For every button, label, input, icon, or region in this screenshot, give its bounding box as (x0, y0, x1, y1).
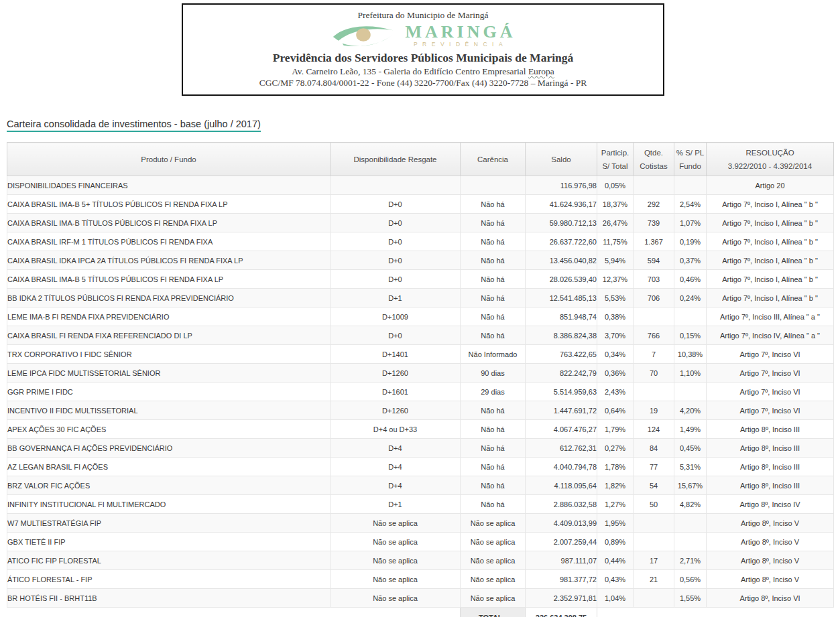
cell-qtde: 594 (634, 251, 674, 270)
col-header-carencia: Carência (461, 143, 526, 176)
cell-pl: 10,38% (674, 345, 707, 364)
table-row: CAIXA BRASIL IMA-B TÍTULOS PÚBLICOS FI R… (7, 214, 834, 232)
cell-saldo: 981.377,72 (526, 570, 597, 589)
cell-particip: 5,53% (597, 289, 634, 307)
cell-carencia: Não há (461, 439, 526, 458)
investments-table: Produto / Fundo Disponibilidade Resgate … (7, 142, 834, 617)
address-line: Av. Carneiro Leão, 135 - Galeria do Edif… (188, 66, 658, 77)
cell-produto: GGR PRIME I FIDC (7, 383, 331, 401)
address-highlight: Europa (528, 66, 554, 76)
cell-saldo: 13.456.040,82 (526, 251, 597, 270)
cell-carencia: Não há (461, 251, 526, 270)
cell-resolucao: Artigo 8º, Inciso III (707, 439, 834, 458)
maringa-eye-logo-icon (331, 22, 396, 49)
cell-produto: LEME IMA-B FI RENDA FIXA PREVIDENCIÁRIO (7, 307, 331, 326)
table-row: GGR PRIME I FIDC D+1601 29 dias 5.514.95… (7, 383, 834, 401)
cell-particip: 12,37% (597, 270, 634, 289)
cell-saldo: 2.007.259,44 (526, 533, 597, 551)
cell-resgate: D+0 (331, 232, 461, 251)
cell-resgate: D+1260 (331, 364, 461, 383)
col-header-particip: Particip.S/ Total (597, 143, 634, 176)
cell-qtde: 292 (634, 195, 674, 214)
cell-resolucao: Artigo 8º, Inciso III (707, 476, 834, 495)
cell-resgate (331, 176, 461, 195)
cell-qtde: 17 (634, 551, 674, 570)
cell-qtde: 70 (634, 364, 674, 383)
cell-pl (674, 176, 707, 195)
cell-pl: 0,46% (674, 270, 707, 289)
cell-produto: TRX CORPORATIVO I FIDC SÊNIOR (7, 345, 331, 364)
cell-carencia: Não há (461, 214, 526, 232)
cell-saldo: 8.386.824,38 (526, 326, 597, 345)
cell-saldo: 59.980.712,13 (526, 214, 597, 232)
cell-particip: 1,27% (597, 495, 634, 514)
table-row: CAIXA BRASIL IRF-M 1 TÍTULOS PÚBLICOS FI… (7, 232, 834, 251)
cell-carencia (461, 176, 526, 195)
cell-resolucao: Artigo 20 (707, 176, 834, 195)
cell-resgate: D+0 (331, 326, 461, 345)
cell-carencia: Não há (461, 401, 526, 420)
cell-particip: 1,79% (597, 420, 634, 439)
cell-resgate: D+4 (331, 439, 461, 458)
cell-saldo: 2.886.032,58 (526, 495, 597, 514)
cell-resolucao: Artigo 7º, Inciso I, Alínea " b " (707, 232, 834, 251)
table-row: BR HOTÉIS FII - BRHT11B Não se aplica Nã… (7, 589, 834, 608)
cell-particip: 1,82% (597, 476, 634, 495)
cell-pl: 0,45% (674, 439, 707, 458)
cell-saldo: 5.514.959,63 (526, 383, 597, 401)
cell-qtde: 77 (634, 458, 674, 476)
cell-qtde: 7 (634, 345, 674, 364)
cell-produto: ATICO FIC FIP FLORESTAL (7, 551, 331, 570)
brand-name: MARINGÁ (406, 23, 516, 40)
cell-produto: CAIXA BRASIL IMA-B 5+ TÍTULOS PÚBLICOS F… (7, 195, 331, 214)
cell-resgate: D+1 (331, 495, 461, 514)
cell-produto: CAIXA BRASIL IMA-B TÍTULOS PÚBLICOS FI R… (7, 214, 331, 232)
table-row: LEME IMA-B FI RENDA FIXA PREVIDENCIÁRIO … (7, 307, 834, 326)
table-row: LEME IPCA FIDC MULTISSETORIAL SÊNIOR D+1… (7, 364, 834, 383)
cell-qtde: 50 (634, 495, 674, 514)
cell-produto: BR HOTÉIS FII - BRHT11B (7, 589, 331, 608)
cell-qtde: 124 (634, 420, 674, 439)
cell-saldo: 41.624.936,17 (526, 195, 597, 214)
cell-particip: 0,27% (597, 439, 634, 458)
cell-saldo: 987.111,07 (526, 551, 597, 570)
cell-particip: 3,70% (597, 326, 634, 345)
cell-resolucao: Artigo 7º, Inciso I, Alínea " b " (707, 270, 834, 289)
cell-resolucao: Artigo 7º, Inciso III, Alínea " a " (707, 307, 834, 326)
table-row: BB GOVERNANÇA FI AÇÕES PREVIDENCIÁRIO D+… (7, 439, 834, 458)
cell-resgate: D+0 (331, 195, 461, 214)
cell-carencia: Não se aplica (461, 533, 526, 551)
cell-resgate: D+1601 (331, 383, 461, 401)
cell-particip: 5,94% (597, 251, 634, 270)
cell-qtde: 766 (634, 326, 674, 345)
cell-carencia: Não se aplica (461, 570, 526, 589)
cell-particip: 0,43% (597, 570, 634, 589)
table-row: BB IDKA 2 TÍTULOS PÚBLICOS FI RENDA FIXA… (7, 289, 834, 307)
cell-pl: 15,67% (674, 476, 707, 495)
brand-text: MARINGÁ PREVIDÊNCIA (406, 23, 516, 48)
cell-qtde: 84 (634, 439, 674, 458)
cell-saldo: 2.352.971,81 (526, 589, 597, 608)
letterhead: Prefeitura do Municipio de Maringá MARIN… (182, 3, 664, 96)
cell-carencia: Não há (461, 476, 526, 495)
cell-saldo: 26.637.722,60 (526, 232, 597, 251)
col-header-pl: % S/ PLFundo (674, 143, 707, 176)
table-row: W7 MULTIESTRATÉGIA FIP Não se aplica Não… (7, 514, 834, 533)
cell-saldo: 12.541.485,13 (526, 289, 597, 307)
cell-produto: DISPONIBILIDADES FINANCEIRAS (7, 176, 331, 195)
cell-particip: 0,36% (597, 364, 634, 383)
cell-particip: 1,04% (597, 589, 634, 608)
cell-carencia: Não se aplica (461, 589, 526, 608)
cell-resolucao: Artigo 7º, Inciso I, Alínea " b " (707, 251, 834, 270)
cell-resgate: Não se aplica (331, 533, 461, 551)
cell-carencia: Não há (461, 270, 526, 289)
cell-resolucao: Artigo 8º, Inciso V (707, 570, 834, 589)
cell-carencia: Não há (461, 195, 526, 214)
table-row: INFINITY INSTITUCIONAL FI MULTIMERCADO D… (7, 495, 834, 514)
cell-resgate: Não se aplica (331, 570, 461, 589)
total-spacer-right (597, 608, 834, 617)
table-row: CAIXA BRASIL IMA-B 5 TÍTULOS PÚBLICOS FI… (7, 270, 834, 289)
cell-resgate: D+4 ou D+33 (331, 420, 461, 439)
cell-resgate: Não se aplica (331, 551, 461, 570)
cell-produto: INFINITY INSTITUCIONAL FI MULTIMERCADO (7, 495, 331, 514)
